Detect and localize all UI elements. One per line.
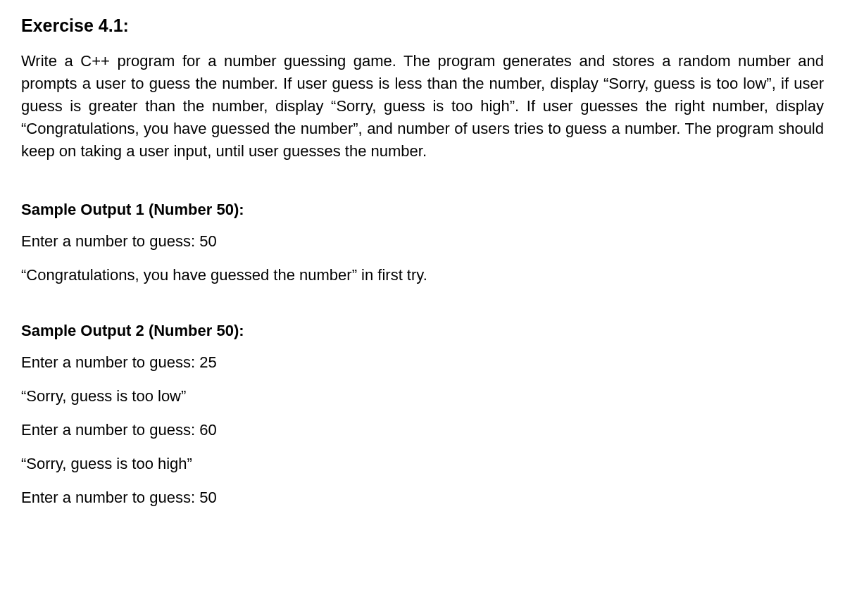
sample-output-1-line: “Congratulations, you have guessed the n… [21, 264, 824, 287]
exercise-title: Exercise 4.1: [21, 15, 824, 36]
sample-output-2-line: Enter a number to guess: 50 [21, 486, 824, 509]
sample-output-2-heading: Sample Output 2 (Number 50): [21, 322, 824, 340]
sample-output-2-line: “Sorry, guess is too low” [21, 385, 824, 408]
exercise-description: Write a C++ program for a number guessin… [21, 50, 824, 162]
sample-output-1-line: Enter a number to guess: 50 [21, 230, 824, 253]
sample-output-1-heading: Sample Output 1 (Number 50): [21, 201, 824, 219]
sample-output-2-line: Enter a number to guess: 60 [21, 419, 824, 441]
sample-output-2-line: Enter a number to guess: 25 [21, 351, 824, 374]
sample-output-2-line: “Sorry, guess is too high” [21, 453, 824, 475]
